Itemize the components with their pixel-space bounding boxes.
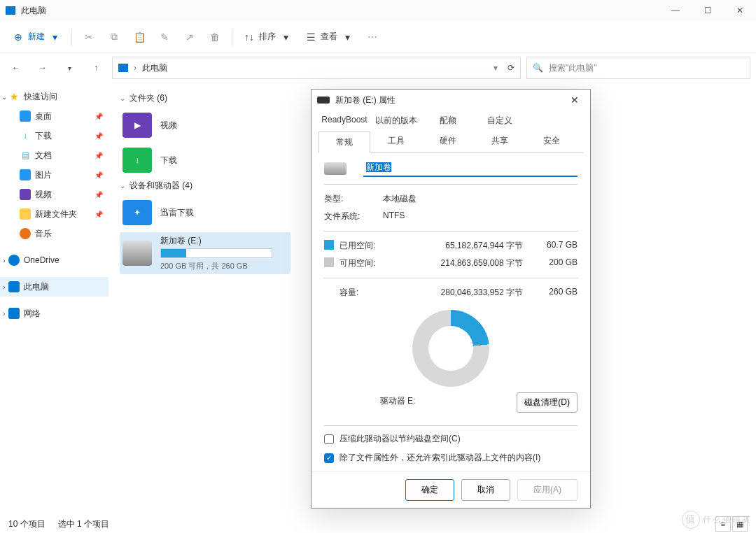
tab-general[interactable]: 常规 (318, 132, 370, 153)
status-selection: 选中 1 个项目 (58, 518, 109, 530)
sidebar-quick-access[interactable]: ⌄★快速访问 (0, 87, 108, 106)
pin-icon: 📌 (94, 132, 103, 140)
chevron-down-icon[interactable]: ▾ (493, 63, 498, 73)
folder-item-video[interactable]: ▶视频 (120, 110, 290, 141)
pin-icon: 📌 (94, 211, 103, 218)
cut-icon: ✂ (83, 31, 94, 43)
nav-row: ← → ▾ ↑ › 此电脑 ▾ ⟳ 🔍 搜索"此电脑" (0, 53, 756, 83)
item-label: 迅雷下载 (160, 207, 194, 219)
drive-icon (324, 162, 346, 175)
chevron-down-icon: ▾ (342, 31, 353, 43)
breadcrumb[interactable]: 此电脑 (142, 62, 167, 74)
sidebar-network[interactable]: ›网络 (0, 304, 108, 323)
type-value: 本地磁盘 (383, 193, 578, 205)
index-checkbox-row[interactable]: ✓除了文件属性外，还允许索引此驱动器上文件的内容(I) (324, 452, 578, 464)
chevron-down-icon[interactable]: ▾ (59, 57, 80, 78)
search-icon: 🔍 (533, 63, 543, 73)
paste-button[interactable]: 📋 (128, 26, 150, 48)
sidebar-this-pc[interactable]: ›此电脑 (0, 277, 108, 297)
new-button[interactable]: ⊕新建▾ (7, 26, 66, 48)
tab-previous-versions[interactable]: 以前的版本 (370, 111, 422, 131)
item-label: 新加卷 (E:) (160, 235, 272, 247)
view-label: 查看 (321, 31, 337, 43)
disk-cleanup-button[interactable]: 磁盘清理(D) (517, 392, 578, 413)
network-icon (8, 308, 20, 319)
drive-item-e[interactable]: 新加卷 (E:) 200 GB 可用，共 260 GB (120, 232, 290, 274)
tab-quota[interactable]: 配额 (422, 111, 474, 131)
tab-security[interactable]: 安全 (526, 131, 578, 152)
view-list-button[interactable]: ≡ (715, 516, 731, 532)
back-button[interactable]: ← (6, 57, 27, 78)
fs-label: 文件系统: (324, 211, 383, 222)
drive-item-xunlei[interactable]: ✦迅雷下载 (120, 197, 290, 228)
chevron-down-icon[interactable]: ⌄ (0, 93, 8, 101)
sidebar-onedrive[interactable]: ›OneDrive (0, 250, 108, 270)
copy-button[interactable]: ⧉ (103, 26, 125, 48)
chevron-right-icon[interactable]: › (0, 257, 8, 264)
more-icon: ⋯ (367, 31, 378, 43)
apply-button[interactable]: 应用(A) (517, 479, 578, 501)
star-icon: ★ (8, 91, 20, 102)
tab-customize[interactable]: 自定义 (474, 111, 526, 131)
search-box[interactable]: 🔍 搜索"此电脑" (526, 57, 750, 79)
share-button[interactable]: ↗ (178, 26, 201, 48)
maximize-button[interactable]: ☐ (692, 0, 724, 21)
sidebar-item-downloads[interactable]: ↓下载📌 (0, 126, 108, 145)
sort-icon: ↑↓ (244, 31, 255, 43)
rename-button[interactable]: ✎ (153, 26, 176, 48)
view-icon: ☰ (305, 31, 316, 43)
refresh-button[interactable]: ⟳ (507, 63, 514, 73)
sidebar-item-documents[interactable]: ▤文档📌 (0, 145, 108, 165)
checkbox-icon[interactable] (324, 434, 334, 444)
sidebar-item-videos[interactable]: 视频📌 (0, 185, 108, 204)
tab-tools[interactable]: 工具 (370, 131, 422, 152)
ok-button[interactable]: 确定 (405, 479, 454, 501)
pc-icon (8, 281, 20, 292)
chevron-down-icon: ⌄ (120, 94, 125, 102)
tab-sharing[interactable]: 共享 (474, 131, 526, 152)
sidebar-label: 网络 (24, 308, 41, 320)
tab-hardware[interactable]: 硬件 (422, 131, 474, 152)
share-icon: ↗ (184, 31, 195, 43)
chevron-right-icon[interactable]: › (0, 283, 8, 291)
folder-icon (20, 208, 31, 220)
dialog-tabs: ReadyBoost 以前的版本 配额 自定义 常规 工具 硬件 共享 安全 (312, 111, 590, 153)
cancel-button[interactable]: 取消 (461, 479, 510, 501)
sidebar-item-newfolder[interactable]: 新建文件夹📌 (0, 204, 108, 224)
sidebar-item-music[interactable]: 音乐 (0, 224, 108, 243)
sidebar-label: OneDrive (24, 255, 59, 265)
forward-button[interactable]: → (32, 57, 53, 78)
up-button[interactable]: ↑ (85, 57, 106, 78)
sidebar-item-desktop[interactable]: 桌面📌 (0, 106, 108, 126)
tab-readyboost[interactable]: ReadyBoost (318, 111, 370, 131)
cut-button[interactable]: ✂ (78, 26, 100, 48)
item-subline: 200 GB 可用，共 260 GB (160, 261, 272, 271)
sort-button[interactable]: ↑↓排序▾ (238, 26, 297, 48)
pictures-icon (20, 169, 31, 180)
used-gb: 60.7 GB (523, 240, 578, 252)
sidebar-item-label: 桌面 (35, 111, 52, 122)
delete-button[interactable]: 🗑 (204, 26, 226, 48)
folder-item-downloads[interactable]: ↓下载 (120, 145, 290, 176)
compress-label: 压缩此驱动器以节约磁盘空间(C) (340, 433, 461, 445)
minimize-button[interactable]: — (659, 0, 692, 21)
volume-name-input[interactable]: 新加卷 (363, 160, 578, 177)
status-item-count: 10 个项目 (8, 518, 46, 530)
view-button[interactable]: ☰查看▾ (300, 26, 358, 48)
chevron-right-icon[interactable]: › (0, 310, 8, 318)
address-bar[interactable]: › 此电脑 ▾ ⟳ (112, 57, 521, 79)
more-button[interactable]: ⋯ (361, 26, 384, 48)
toolbar: ⊕新建▾ ✂ ⧉ 📋 ✎ ↗ 🗑 ↑↓排序▾ ☰查看▾ ⋯ (0, 21, 756, 53)
chevron-down-icon: ▾ (49, 31, 60, 43)
rename-icon: ✎ (159, 31, 170, 43)
compress-checkbox-row[interactable]: 压缩此驱动器以节约磁盘空间(C) (324, 433, 578, 445)
free-bytes: 214,863,659,008 字节 (388, 257, 523, 269)
free-color-swatch (324, 257, 334, 267)
dialog-close-button[interactable]: ✕ (565, 94, 584, 106)
sidebar-item-pictures[interactable]: 图片📌 (0, 165, 108, 185)
checkbox-icon[interactable]: ✓ (324, 453, 334, 463)
sidebar-item-label: 文档 (35, 150, 52, 162)
capacity-gb: 260 GB (523, 287, 578, 299)
view-grid-button[interactable]: ▦ (732, 516, 748, 532)
close-button[interactable]: ✕ (724, 0, 756, 21)
